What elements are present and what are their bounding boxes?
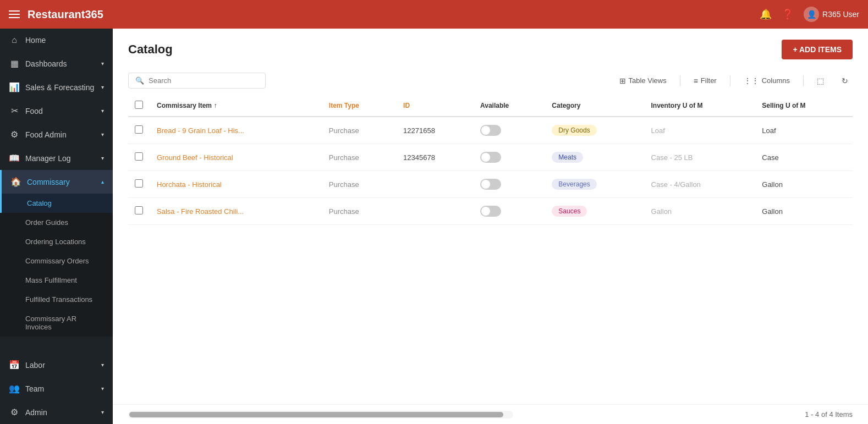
chevron-down-icon: ▾ bbox=[101, 131, 104, 137]
main-area: Catalog + ADD ITEMS 🔍 ⊞ Table Views ≡ bbox=[113, 29, 868, 424]
sidebar-item-dashboards[interactable]: ▦ Dashboards ▾ bbox=[0, 52, 113, 75]
sidebar-item-commissary[interactable]: 🏠 Commissary ▴ bbox=[0, 170, 113, 194]
select-all-checkbox[interactable] bbox=[135, 101, 143, 109]
export-icon: ⬚ bbox=[817, 76, 824, 85]
commissary-item-link[interactable]: Ground Beef - Historical bbox=[157, 153, 233, 162]
select-all-header[interactable] bbox=[128, 95, 150, 117]
cell-available[interactable] bbox=[474, 171, 545, 198]
sidebar-sub-item-commissary-orders[interactable]: Commissary Orders bbox=[0, 251, 113, 271]
sidebar-label-food-admin: Food Admin bbox=[25, 130, 96, 139]
cell-available[interactable] bbox=[474, 144, 545, 171]
help-icon[interactable]: ❓ bbox=[782, 8, 794, 20]
sidebar-item-home[interactable]: ⌂ Home bbox=[0, 29, 113, 52]
catalog-label: Catalog bbox=[27, 199, 52, 207]
filter-button[interactable]: ≡ Filter bbox=[689, 74, 721, 87]
available-toggle[interactable] bbox=[480, 179, 501, 190]
sidebar-label-team: Team bbox=[25, 384, 96, 393]
ordering-locations-label: Ordering Locations bbox=[25, 238, 86, 246]
sidebar-sub-item-commissary-ar-invoices[interactable]: Commissary AR Invoices bbox=[0, 309, 113, 337]
col-header-available[interactable]: Available bbox=[474, 95, 545, 117]
sidebar-sub-item-fulfilled-transactions[interactable]: Fulfilled Transactions bbox=[0, 290, 113, 309]
chevron-down-icon: ▾ bbox=[101, 84, 104, 90]
sidebar-item-food-admin[interactable]: ⚙ Food Admin ▾ bbox=[0, 123, 113, 146]
row-checkbox-cell[interactable] bbox=[128, 171, 150, 198]
sidebar: ⌂ Home ▦ Dashboards ▾ 📊 Sales & Forecast… bbox=[0, 29, 113, 424]
cell-available[interactable] bbox=[474, 198, 545, 225]
food-admin-icon: ⚙ bbox=[9, 129, 20, 140]
user-menu[interactable]: 👤 R365 User bbox=[804, 7, 859, 22]
sidebar-item-admin[interactable]: ⚙ Admin ▾ bbox=[0, 400, 113, 424]
col-header-commissary-item[interactable]: Commissary Item ↑ bbox=[150, 95, 322, 117]
home-icon: ⌂ bbox=[9, 35, 20, 45]
available-toggle[interactable] bbox=[480, 206, 501, 217]
cell-id: 12271658 bbox=[397, 117, 474, 144]
cell-commissary-item: Bread - 9 Grain Loaf - His... bbox=[150, 117, 322, 144]
cell-available[interactable] bbox=[474, 117, 545, 144]
sidebar-item-manager-log[interactable]: 📖 Manager Log ▾ bbox=[0, 146, 113, 170]
columns-icon: ⋮⋮ bbox=[744, 76, 759, 85]
table-header-row: Commissary Item ↑ Item Type ID Available bbox=[128, 95, 853, 117]
cell-category: Beverages bbox=[545, 171, 644, 198]
add-items-button[interactable]: + ADD ITEMS bbox=[782, 40, 853, 59]
cell-category: Meats bbox=[545, 144, 644, 171]
col-header-selling-uom[interactable]: Selling U of M bbox=[755, 95, 853, 117]
topbar: Restaurant365 🔔 ❓ 👤 R365 User bbox=[0, 0, 868, 29]
commissary-item-link[interactable]: Salsa - Fire Roasted Chili... bbox=[157, 207, 244, 216]
sidebar-sub-item-mass-fulfillment[interactable]: Mass Fulfillment bbox=[0, 271, 113, 290]
row-checkbox[interactable] bbox=[135, 125, 143, 134]
sidebar-sub-item-catalog[interactable]: Catalog bbox=[0, 194, 113, 213]
food-icon: ✂ bbox=[9, 106, 20, 116]
category-badge: Beverages bbox=[552, 179, 596, 190]
sidebar-item-team[interactable]: 👥 Team ▾ bbox=[0, 377, 113, 400]
col-header-category[interactable]: Category bbox=[545, 95, 644, 117]
sidebar-label-labor: Labor bbox=[25, 361, 96, 370]
cell-commissary-item: Ground Beef - Historical bbox=[150, 144, 322, 171]
search-input[interactable] bbox=[149, 76, 259, 85]
cell-inventory-uom: Case - 4/Gallon bbox=[645, 171, 756, 198]
search-box[interactable]: 🔍 bbox=[128, 73, 266, 89]
row-checkbox[interactable] bbox=[135, 152, 143, 161]
row-checkbox[interactable] bbox=[135, 206, 143, 214]
cell-selling-uom: Loaf bbox=[755, 117, 853, 144]
sidebar-label-commissary: Commissary bbox=[27, 178, 96, 186]
commissary-orders-label: Commissary Orders bbox=[25, 257, 89, 265]
col-header-inventory-uom[interactable]: Inventory U of M bbox=[645, 95, 756, 117]
commissary-icon: 🏠 bbox=[10, 177, 21, 187]
row-checkbox-cell[interactable] bbox=[128, 144, 150, 171]
commissary-submenu: Catalog Order Guides Ordering Locations … bbox=[0, 194, 113, 337]
refresh-button[interactable]: ↻ bbox=[837, 74, 853, 87]
sidebar-item-food[interactable]: ✂ Food ▾ bbox=[0, 99, 113, 123]
notifications-icon[interactable]: 🔔 bbox=[760, 8, 772, 20]
cell-id bbox=[397, 171, 474, 198]
col-header-id[interactable]: ID bbox=[397, 95, 474, 117]
horizontal-scrollbar[interactable] bbox=[128, 411, 513, 419]
commissary-item-link[interactable]: Horchata - Historical bbox=[157, 180, 222, 189]
sidebar-item-labor[interactable]: 📅 Labor ▾ bbox=[0, 353, 113, 377]
available-toggle[interactable] bbox=[480, 152, 501, 163]
search-icon: 🔍 bbox=[135, 76, 144, 85]
sidebar-label-sales: Sales & Forecasting bbox=[25, 83, 96, 92]
team-icon: 👥 bbox=[9, 383, 20, 394]
cell-item-type: Purchase bbox=[322, 117, 397, 144]
table-views-label: Table Views bbox=[629, 76, 667, 85]
row-checkbox-cell[interactable] bbox=[128, 198, 150, 225]
labor-icon: 📅 bbox=[9, 360, 20, 370]
cell-id: 12345678 bbox=[397, 144, 474, 171]
columns-button[interactable]: ⋮⋮ Columns bbox=[739, 74, 794, 87]
table-views-button[interactable]: ⊞ Table Views bbox=[615, 74, 671, 87]
sidebar-sub-item-ordering-locations[interactable]: Ordering Locations bbox=[0, 232, 113, 251]
row-checkbox-cell[interactable] bbox=[128, 117, 150, 144]
available-toggle[interactable] bbox=[480, 125, 501, 136]
scrollbar-thumb bbox=[129, 412, 503, 417]
sidebar-item-sales-forecasting[interactable]: 📊 Sales & Forecasting ▾ bbox=[0, 75, 113, 99]
cell-selling-uom: Case bbox=[755, 144, 853, 171]
menu-icon[interactable] bbox=[9, 10, 20, 18]
commissary-item-link[interactable]: Bread - 9 Grain Loaf - His... bbox=[157, 126, 244, 135]
export-button[interactable]: ⬚ bbox=[812, 74, 828, 87]
commissary-ar-invoices-label: Commissary AR Invoices bbox=[25, 315, 104, 331]
col-header-item-type[interactable]: Item Type bbox=[322, 95, 397, 117]
filter-label: Filter bbox=[701, 76, 717, 85]
sidebar-sub-item-order-guides[interactable]: Order Guides bbox=[0, 213, 113, 232]
category-badge: Dry Goods bbox=[552, 125, 596, 136]
row-checkbox[interactable] bbox=[135, 179, 143, 188]
